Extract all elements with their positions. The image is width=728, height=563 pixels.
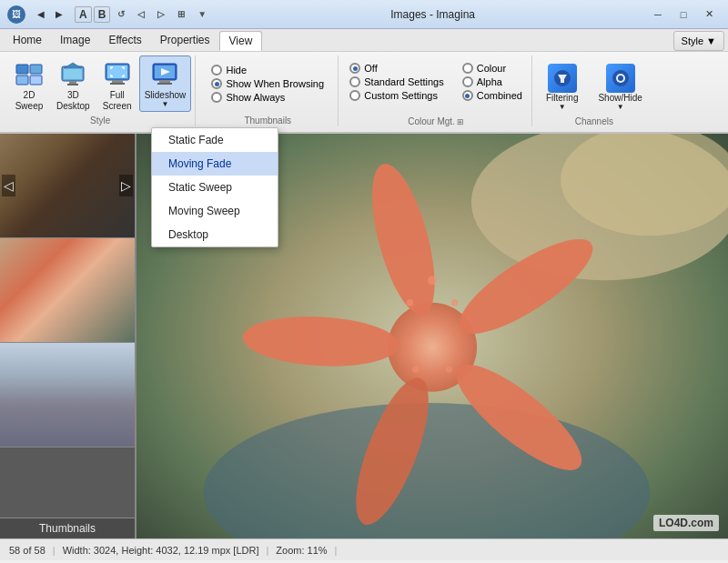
watermark: LO4D.com — [653, 515, 719, 531]
hide-radio[interactable] — [211, 65, 222, 75]
svg-rect-1 — [30, 65, 42, 74]
custom-radio[interactable] — [349, 90, 360, 101]
combined-label: Combined — [477, 90, 522, 101]
full-screen-icon — [103, 59, 132, 88]
thumb-starfish-image — [0, 238, 135, 342]
maximize-button[interactable]: □ — [672, 5, 695, 24]
alpha-radio[interactable] — [462, 76, 473, 87]
window-controls: ─ □ ✕ — [646, 5, 721, 24]
thumbnails-label: Thumbnails — [39, 522, 96, 535]
off-label: Off — [364, 63, 377, 74]
thumbnail-item-1[interactable]: ◁ ▷ — [0, 134, 135, 238]
2d-sweep-button[interactable]: 2DSweep — [9, 55, 49, 116]
standard-radio[interactable] — [349, 76, 360, 87]
title-bar: 🖼 ◀ ▶ A B ↺ ◁ ▷ ⊞ ▼ Images - Imagina ─ □… — [0, 0, 728, 29]
slideshow-dropdown-arrow: ▼ — [162, 100, 169, 108]
filtering-button[interactable]: Filtering ▼ — [538, 59, 587, 116]
svg-rect-12 — [110, 83, 125, 85]
action-a-button[interactable]: A — [75, 6, 92, 23]
style-group: 2DSweep 3DDesktop — [5, 55, 196, 126]
channels-group: Filtering ▼ Show/Hide ▼ Channels — [534, 55, 654, 126]
colour-mgt-label: Colour Mgt. ⊞ — [340, 116, 531, 126]
off-radio[interactable] — [349, 63, 360, 74]
svg-marker-6 — [64, 63, 82, 68]
2d-sweep-icon — [15, 59, 44, 88]
action-b-button[interactable]: B — [94, 6, 111, 23]
menu-image[interactable]: Image — [51, 31, 99, 51]
status-zoom: Zoom: 11% — [276, 545, 327, 556]
style-group-label: Style — [5, 116, 195, 126]
undo-button[interactable]: ◁ — [132, 6, 150, 23]
slideshow-button[interactable]: Slideshow ▼ — [139, 55, 192, 112]
standard-label: Standard Settings — [364, 76, 443, 87]
style-dropdown-button[interactable]: Style ▼ — [673, 31, 724, 51]
menu-view[interactable]: View — [219, 31, 263, 51]
svg-rect-7 — [69, 81, 76, 84]
moving-fade-item[interactable]: Moving Fade — [152, 152, 278, 176]
toolbar-actions: A B ↺ ◁ ▷ ⊞ ▼ — [75, 6, 212, 23]
nav-back-button[interactable]: ◀ — [33, 6, 49, 22]
moving-sweep-item[interactable]: Moving Sweep — [152, 199, 278, 223]
static-sweep-item[interactable]: Static Sweep — [152, 176, 278, 199]
show-browsing-option[interactable]: Show When Browsing — [211, 78, 324, 89]
menu-home[interactable]: Home — [4, 31, 51, 51]
style-buttons: 2DSweep 3DDesktop — [9, 55, 191, 116]
thumbnail-item-2[interactable] — [0, 238, 135, 343]
show-browsing-radio[interactable] — [211, 78, 222, 89]
thumb-nav-next-button[interactable]: ▷ — [119, 175, 133, 196]
more-button[interactable]: ▼ — [192, 6, 212, 23]
alpha-option[interactable]: Alpha — [462, 76, 522, 87]
thumbnail-list: ◁ ▷ — [0, 134, 135, 518]
thumbnail-item-3[interactable] — [0, 343, 135, 447]
svg-point-35 — [412, 367, 419, 373]
nav-buttons: ◀ ▶ — [33, 6, 67, 22]
status-bar: 58 of 58 | Width: 3024, Height: 4032, 12… — [0, 538, 728, 560]
refresh-button[interactable]: ↺ — [112, 6, 130, 23]
svg-point-34 — [407, 299, 413, 306]
redo-button[interactable]: ▷ — [152, 6, 170, 23]
colour-option[interactable]: Colour — [462, 63, 522, 74]
thumb-nav-prev-button[interactable]: ◁ — [2, 175, 15, 196]
thumb-animal-image — [0, 134, 135, 237]
colour-radio[interactable] — [462, 63, 473, 74]
svg-point-33 — [451, 299, 458, 306]
colour-mgt-group: Off Standard Settings Custom Settings Co… — [340, 55, 532, 126]
filtering-label: Filtering — [546, 93, 579, 103]
full-screen-button[interactable]: FullScreen — [97, 55, 137, 116]
svg-rect-5 — [64, 68, 82, 79]
desktop-item[interactable]: Desktop — [152, 223, 278, 246]
svg-rect-0 — [16, 65, 28, 74]
svg-rect-3 — [30, 75, 42, 85]
show-group-label: Thumbnails — [197, 116, 338, 126]
svg-rect-16 — [159, 80, 170, 83]
combined-option[interactable]: Combined — [462, 90, 522, 101]
3d-desktop-button[interactable]: 3DDesktop — [51, 55, 96, 116]
filtering-icon — [548, 64, 577, 93]
expand-button[interactable]: ⊞ — [172, 6, 190, 23]
window-title: Images - Imagina — [219, 8, 646, 21]
close-button[interactable]: ✕ — [697, 5, 721, 24]
minimize-button[interactable]: ─ — [646, 5, 670, 24]
custom-label: Custom Settings — [364, 90, 438, 101]
standard-option[interactable]: Standard Settings — [349, 76, 443, 87]
show-hide-button[interactable]: Show/Hide ▼ — [590, 59, 650, 116]
menu-bar: Home Image Effects Properties View Style… — [0, 29, 728, 52]
status-dimensions: Width: 3024, Height: 4032, 12.19 mpx [LD… — [63, 545, 259, 556]
static-fade-item[interactable]: Static Fade — [152, 128, 278, 152]
app-icon: 🖼 — [7, 5, 25, 24]
colour-right-radio: Colour Alpha Combined — [457, 59, 528, 105]
2d-sweep-label: 2DSweep — [15, 90, 44, 112]
menu-properties[interactable]: Properties — [151, 31, 219, 51]
show-always-radio[interactable] — [211, 92, 222, 103]
off-option[interactable]: Off — [349, 63, 443, 74]
custom-option[interactable]: Custom Settings — [349, 90, 443, 101]
slideshow-dropdown-menu: Static Fade Moving Fade Static Sweep Mov… — [151, 127, 278, 247]
nav-forward-button[interactable]: ▶ — [51, 6, 67, 22]
show-always-option[interactable]: Show Always — [211, 92, 324, 103]
full-screen-label: FullScreen — [103, 90, 132, 112]
show-always-label: Show Always — [226, 92, 285, 103]
combined-radio[interactable] — [462, 90, 473, 101]
hide-option[interactable]: Hide — [211, 65, 324, 75]
3d-desktop-icon — [58, 59, 87, 88]
menu-effects[interactable]: Effects — [99, 31, 150, 51]
